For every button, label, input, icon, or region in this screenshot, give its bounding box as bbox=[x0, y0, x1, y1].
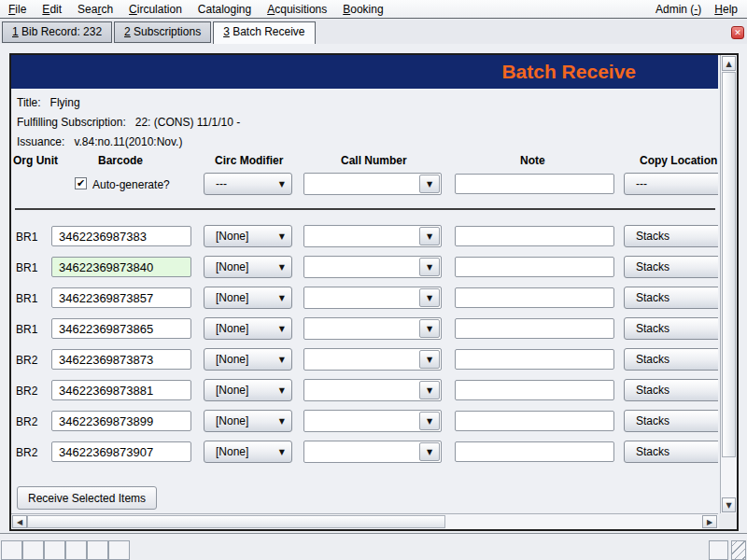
barcode-input[interactable] bbox=[51, 318, 191, 339]
note-input[interactable] bbox=[455, 441, 614, 462]
call-number-dropdown-button[interactable]: ▼ bbox=[419, 227, 440, 245]
circ-modifier-dropdown[interactable]: [None] ▼ bbox=[204, 317, 292, 340]
circ-modifier-dropdown[interactable]: [None] ▼ bbox=[204, 410, 292, 432]
menu-item[interactable]: Edit bbox=[42, 3, 62, 16]
menu-item[interactable]: Circulation bbox=[129, 3, 182, 16]
circ-modifier-dropdown[interactable]: [None] ▼ bbox=[204, 441, 292, 463]
call-number-dropdown-button[interactable]: ▼ bbox=[419, 319, 440, 338]
call-number-dropdown-button[interactable]: ▼ bbox=[419, 288, 440, 307]
call-number-dropdown-button[interactable]: ▼ bbox=[419, 442, 440, 461]
circ-modifier-dropdown[interactable]: [None] ▼ bbox=[204, 348, 292, 371]
call-number-input[interactable] bbox=[305, 319, 417, 338]
chevron-down-icon: ▼ bbox=[279, 386, 285, 395]
scroll-up-button[interactable]: ▲ bbox=[722, 56, 736, 71]
vertical-scrollbar-thumb[interactable] bbox=[722, 72, 736, 457]
info-line: Fulfilling Subscription:22: (CONS) 11/1/… bbox=[17, 113, 240, 133]
call-number-input[interactable] bbox=[305, 227, 417, 245]
barcode-input[interactable] bbox=[51, 441, 191, 462]
org-unit-label: BR2 bbox=[16, 385, 37, 398]
barcode-input[interactable] bbox=[51, 380, 191, 400]
note-input[interactable] bbox=[455, 318, 614, 339]
barcode-input[interactable] bbox=[51, 287, 191, 308]
resize-grip[interactable] bbox=[731, 540, 746, 560]
call-number-combo[interactable]: ▼ bbox=[303, 317, 442, 340]
tab[interactable]: 2 Subscriptions bbox=[114, 21, 211, 43]
vertical-scrollbar[interactable]: ▲ ▼ bbox=[720, 55, 737, 513]
tab[interactable]: 1 Bib Record: 232 bbox=[2, 21, 112, 43]
receive-selected-items-button[interactable]: Receive Selected Items bbox=[17, 486, 157, 510]
copy-location-dropdown[interactable]: Stacks ▼ bbox=[624, 256, 718, 278]
item-rows: BR1 [None] ▼ ▼ Stacks bbox=[11, 221, 718, 468]
default-circ-modifier-dropdown[interactable]: --- ▼ bbox=[204, 173, 292, 195]
status-slots bbox=[1, 540, 130, 560]
copy-location-dropdown[interactable]: Stacks ▼ bbox=[624, 379, 718, 401]
call-number-combo[interactable]: ▼ bbox=[303, 225, 442, 247]
scroll-down-icon: ▼ bbox=[726, 501, 731, 510]
call-number-dropdown-button[interactable]: ▼ bbox=[419, 258, 440, 276]
note-input[interactable] bbox=[455, 226, 614, 246]
note-input[interactable] bbox=[455, 411, 614, 431]
barcode-input[interactable] bbox=[51, 226, 191, 246]
circ-modifier-dropdown[interactable]: [None] ▼ bbox=[204, 379, 292, 401]
call-number-dropdown-button[interactable]: ▼ bbox=[419, 381, 440, 399]
scroll-left-button[interactable]: ◀ bbox=[12, 515, 27, 528]
tab-close-button[interactable]: ✕ bbox=[731, 26, 744, 39]
call-number-input[interactable] bbox=[305, 442, 417, 461]
copy-location-dropdown[interactable]: Stacks ▼ bbox=[624, 441, 718, 463]
call-number-combo[interactable]: ▼ bbox=[303, 348, 442, 371]
default-call-number-combo[interactable]: ▼ bbox=[303, 173, 442, 195]
auto-generate-checkbox[interactable]: ✔ bbox=[75, 177, 87, 189]
org-unit-label: BR1 bbox=[16, 292, 37, 305]
default-call-number-input[interactable] bbox=[305, 175, 417, 193]
menu-item[interactable]: Cataloging bbox=[198, 3, 251, 16]
call-number-combo[interactable]: ▼ bbox=[303, 410, 442, 432]
barcode-input[interactable] bbox=[51, 349, 191, 370]
call-number-combo[interactable]: ▼ bbox=[303, 287, 442, 309]
status-bar bbox=[0, 533, 747, 560]
copy-location-dropdown[interactable]: Stacks ▼ bbox=[624, 317, 718, 340]
horizontal-scrollbar-thumb[interactable] bbox=[27, 515, 445, 528]
scroll-down-button[interactable]: ▼ bbox=[722, 497, 736, 512]
default-copy-location-dropdown[interactable]: --- ▼ bbox=[624, 173, 718, 195]
note-input[interactable] bbox=[455, 287, 614, 308]
circ-modifier-dropdown[interactable]: [None] ▼ bbox=[204, 225, 292, 247]
call-number-combo[interactable]: ▼ bbox=[303, 441, 442, 463]
copy-location-dropdown[interactable]: Stacks ▼ bbox=[624, 410, 718, 432]
circ-modifier-dropdown[interactable]: [None] ▼ bbox=[204, 256, 292, 278]
default-call-number-dropdown-button[interactable]: ▼ bbox=[419, 175, 440, 193]
note-input[interactable] bbox=[455, 257, 614, 277]
menu-item[interactable]: Acquisitions bbox=[267, 3, 327, 16]
copy-location-dropdown[interactable]: Stacks ▼ bbox=[624, 225, 718, 247]
barcode-input[interactable] bbox=[51, 411, 191, 431]
call-number-input[interactable] bbox=[305, 381, 417, 399]
scroll-left-icon: ◀ bbox=[17, 518, 22, 526]
menu-item[interactable]: Booking bbox=[343, 3, 383, 16]
copy-location-dropdown[interactable]: Stacks ▼ bbox=[624, 287, 718, 309]
menu-item[interactable]: Help bbox=[714, 3, 738, 16]
scroll-up-icon: ▲ bbox=[726, 60, 731, 68]
barcode-input[interactable] bbox=[51, 257, 191, 277]
call-number-input[interactable] bbox=[305, 412, 417, 430]
call-number-dropdown-button[interactable]: ▼ bbox=[419, 412, 440, 430]
scroll-right-button[interactable]: ▶ bbox=[702, 515, 717, 528]
call-number-combo[interactable]: ▼ bbox=[303, 379, 442, 401]
note-input[interactable] bbox=[455, 380, 614, 400]
note-input[interactable] bbox=[455, 349, 614, 370]
call-number-combo[interactable]: ▼ bbox=[303, 256, 442, 278]
copy-location-dropdown[interactable]: Stacks ▼ bbox=[624, 348, 718, 371]
default-note-input[interactable] bbox=[455, 174, 614, 194]
call-number-input[interactable] bbox=[305, 288, 417, 307]
call-number-input[interactable] bbox=[305, 258, 417, 276]
chevron-down-icon: ▼ bbox=[279, 263, 285, 272]
call-number-input[interactable] bbox=[305, 350, 417, 369]
call-number-dropdown-button[interactable]: ▼ bbox=[419, 350, 440, 369]
menu-item[interactable]: Admin (-) bbox=[655, 3, 701, 16]
batch-receive-panel: Batch Receive Title:Flying Fulfilling Su… bbox=[9, 53, 739, 531]
tab[interactable]: 3 Batch Receive bbox=[213, 21, 315, 44]
status-slot bbox=[87, 540, 108, 560]
circ-modifier-dropdown[interactable]: [None] ▼ bbox=[204, 287, 292, 309]
menu-item[interactable]: Search bbox=[78, 3, 113, 16]
menu-item[interactable]: File bbox=[8, 3, 26, 16]
horizontal-scrollbar[interactable]: ◀ ▶ bbox=[11, 513, 718, 529]
chevron-down-icon: ▼ bbox=[427, 294, 432, 302]
